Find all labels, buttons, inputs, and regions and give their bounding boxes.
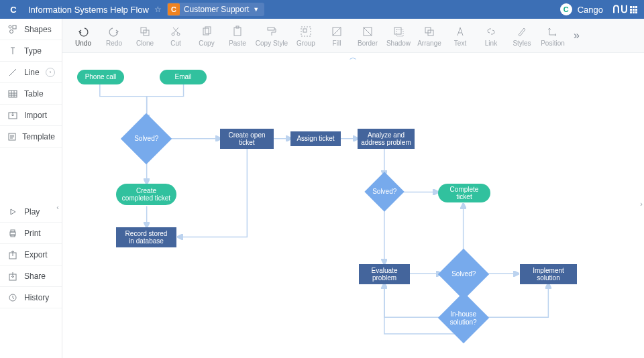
sidebar-item-export[interactable]: Export [0,244,62,265]
toolbar-label: Group [297,40,315,47]
sidebar-item-line[interactable]: Line › [0,62,62,83]
import-icon [7,111,19,120]
cut-button[interactable]: Cut [160,20,191,51]
table-icon [7,89,19,99]
node-phone-call[interactable]: Phone call [77,70,124,84]
sidebar-item-shapes[interactable]: Shapes [0,19,62,40]
sidebar-item-history[interactable]: History [0,287,62,308]
canvas-collapse-top[interactable]: ︿ [350,52,357,62]
group-icon [299,25,313,38]
sidebar-item-table[interactable]: Table [0,83,62,105]
copy-icon [200,25,213,38]
shapes-icon [7,24,19,35]
toolbar-label: Redo [106,40,122,47]
svg-point-14 [172,33,174,36]
node-label: Evaluate problem [372,267,398,282]
sidebar-item-label: Template [22,132,55,141]
toolbar-label: Fill [333,40,341,47]
chevron-right-icon: › [46,68,55,77]
node-assign-ticket[interactable]: Assign ticket [290,131,341,146]
toolbar-label: Styles [513,40,531,47]
node-label: Implement solution [533,267,564,282]
position-icon [546,25,559,38]
fill-button[interactable]: Fill [321,20,352,51]
line-icon [7,68,19,77]
clone-button[interactable]: Clone [129,20,160,51]
cut-icon [169,25,182,38]
sidebar-item-label: Share [24,272,46,281]
toolbar-label: Shadow [386,40,411,47]
right-panel-expand[interactable]: › [640,200,643,208]
position-button[interactable]: Position [537,20,568,51]
svg-rect-26 [396,29,403,36]
node-inhouse[interactable]: In-house solution? [438,292,489,343]
history-icon [7,293,19,302]
workspace-dropdown[interactable]: C Customer Support ▼ [167,3,264,16]
node-evaluate[interactable]: Evaluate problem [359,264,410,284]
sidebar-item-label: Table [24,89,44,99]
styles-button[interactable]: Styles [506,20,537,51]
node-create-open-ticket[interactable]: Create open ticket [220,129,274,149]
toolbar: Undo Redo Clone Cut Copy Paste Copy Styl… [62,19,644,52]
sidebar-item-type[interactable]: Type [0,40,62,62]
toolbar-more[interactable]: » [574,29,580,42]
share-icon [7,272,19,281]
node-solved-1[interactable]: Solved? [121,113,172,164]
copy-style-button[interactable]: Copy Style [253,20,290,51]
redo-button[interactable]: Redo [99,20,129,51]
arrange-button[interactable]: Arrange [414,20,445,51]
toolbar-label: Cut [170,40,181,47]
sidebar-item-print[interactable]: Print [0,223,62,244]
copy-button[interactable]: Copy [191,20,222,51]
sidebar-item-label: Export [24,250,48,259]
node-implement[interactable]: Implement solution [520,264,577,284]
text-button[interactable]: Text [445,20,476,51]
clone-icon [138,25,152,38]
node-analyze[interactable]: Analyze and address problem [358,129,415,149]
node-complete-ticket[interactable]: Complete ticket [438,184,490,202]
border-button[interactable]: Border [352,20,383,51]
sidebar-item-label: Shapes [24,25,52,34]
sidebar-item-label: Type [24,46,42,56]
sidebar-item-label: Print [24,229,41,238]
node-label: Solved? [372,188,396,196]
node-solved-2[interactable]: Solved? [364,172,404,211]
link-icon [484,25,498,38]
sidebar-item-import[interactable]: Import [0,105,62,126]
paste-icon [231,25,244,38]
app-logo[interactable]: C [7,3,20,16]
undo-button[interactable]: Undo [68,20,99,51]
toolbar-label: Copy Style [256,40,288,47]
node-label: Record stored in database [125,230,168,245]
node-email[interactable]: Email [160,70,207,84]
user-avatar[interactable]: C [560,3,572,15]
play-icon [7,207,19,217]
sidebar-item-share[interactable]: Share [0,265,62,287]
node-record-stored[interactable]: Record stored in database [116,227,176,247]
paste-button[interactable]: Paste [222,20,253,51]
toolbar-label: Text [454,40,466,47]
toolbar-label: Undo [75,40,91,47]
canvas[interactable]: Phone call Email Solved? Create complete… [62,52,644,358]
star-icon[interactable]: ☆ [154,5,162,14]
shadow-icon [392,25,405,38]
arrange-icon [423,25,436,38]
brand-logo[interactable]: ՈՍ [612,3,637,15]
svg-rect-7 [11,230,15,232]
group-button[interactable]: Group [290,20,321,51]
node-label: Phone call [85,73,117,81]
shadow-button[interactable]: Shadow [383,20,414,51]
node-create-completed-ticket[interactable]: Create completed ticket [116,184,176,205]
svg-rect-1 [13,25,16,29]
svg-rect-21 [301,27,311,36]
toolbar-label: Link [485,40,497,47]
sidebar-collapse[interactable]: ‹ [53,200,62,215]
sidebar-item-template[interactable]: Template [0,126,62,147]
template-icon [7,132,17,141]
link-button[interactable]: Link [476,20,506,51]
node-label: Create completed ticket [122,187,170,202]
svg-rect-25 [394,27,401,34]
node-label: Complete ticket [450,186,479,201]
export-icon [7,250,19,259]
roller-icon [265,25,278,38]
